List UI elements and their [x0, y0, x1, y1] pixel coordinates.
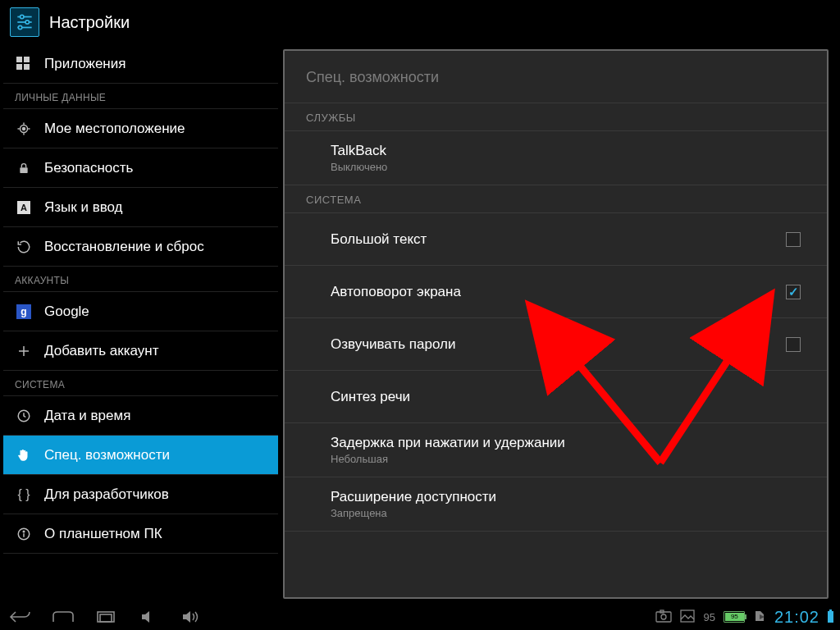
item-talkback[interactable]: TalkBack Выключено [285, 131, 827, 185]
item-title: Большой текст [331, 231, 786, 248]
svg-point-32 [661, 614, 666, 619]
sidebar-category-personal: ЛИЧНЫЕ ДАННЫЕ [3, 84, 278, 109]
sidebar-item-label: О планшетном ПК [44, 526, 162, 542]
item-title: TalkBack [331, 143, 801, 159]
checkbox[interactable] [786, 337, 801, 352]
sidebar-item-label: Безопасность [44, 160, 133, 176]
gallery-icon[interactable] [680, 609, 695, 625]
settings-sidebar: Приложения ЛИЧНЫЕ ДАННЫЕ Мое местоположе… [3, 44, 278, 604]
panel-title: Спец. возможности [285, 51, 827, 103]
lock-icon [15, 159, 33, 177]
app-title: Настройки [49, 13, 130, 32]
battery-icon: 95 [724, 611, 745, 623]
svg-rect-8 [16, 64, 22, 70]
volume-up-button[interactable] [177, 608, 205, 626]
svg-point-4 [25, 21, 29, 24]
sidebar-item-label: Спец. возможности [44, 447, 170, 463]
sidebar-item-label: Google [44, 304, 89, 320]
section-services: СЛУЖБЫ [285, 103, 827, 131]
sidebar-item-about[interactable]: О планшетном ПК [3, 514, 278, 554]
sidebar-item-apps[interactable]: Приложения [3, 44, 278, 84]
item-tts[interactable]: Синтез речи [285, 371, 827, 423]
sidebar-item-label: Мое местоположение [44, 121, 185, 137]
back-button[interactable] [7, 608, 34, 626]
sidebar-item-developer[interactable]: { } Для разработчиков [3, 475, 278, 514]
sidebar-category-accounts: АККАУНТЫ [3, 267, 278, 292]
battery-percent: 95 [703, 611, 714, 623]
settings-app-icon [10, 7, 39, 37]
sidebar-item-accessibility[interactable]: Спец. возможности [3, 436, 278, 475]
sidebar-item-datetime[interactable]: Дата и время [3, 396, 278, 436]
sidebar-item-google[interactable]: g Google [3, 292, 278, 331]
clock-icon [15, 407, 33, 425]
item-speak-passwords[interactable]: Озвучивать пароли [285, 318, 827, 371]
svg-rect-30 [100, 614, 112, 622]
sidebar-item-label: Язык и ввод [44, 199, 123, 216]
restore-icon [15, 238, 33, 256]
sidebar-item-label: Приложения [44, 56, 126, 72]
clock[interactable]: 21:02 [774, 608, 819, 627]
section-system: СИСТЕМА [285, 185, 827, 213]
sidebar-item-add-account[interactable]: Добавить аккаунт [3, 331, 278, 371]
braces-icon: { } [15, 486, 33, 504]
checkbox[interactable] [786, 285, 801, 299]
svg-rect-16 [20, 167, 27, 173]
hand-icon [15, 446, 33, 464]
apps-icon [15, 55, 33, 73]
svg-rect-9 [24, 64, 30, 70]
item-title: Синтез речи [331, 389, 801, 405]
item-title: Автоповорот экрана [331, 284, 786, 300]
sidebar-item-language[interactable]: A Язык и ввод [3, 188, 278, 227]
sidebar-item-label: Дата и время [44, 408, 130, 424]
system-navbar: 95 95 21:02 [0, 604, 840, 630]
item-title: Озвучивать пароли [331, 336, 786, 353]
sidebar-item-security[interactable]: Безопасность [3, 148, 278, 188]
volume-down-button[interactable] [135, 608, 162, 626]
svg-point-11 [23, 127, 25, 130]
sidebar-item-label: Добавить аккаунт [44, 343, 159, 359]
plus-icon [15, 342, 33, 360]
language-icon: A [15, 199, 33, 217]
svg-rect-6 [16, 57, 22, 62]
item-title: Расширение доступности [331, 489, 801, 505]
checkbox[interactable] [786, 232, 801, 247]
svg-point-3 [21, 15, 24, 18]
sidebar-item-label: Для разработчиков [44, 486, 169, 503]
sidebar-category-system: СИСТЕМА [3, 371, 278, 396]
svg-point-26 [23, 531, 25, 532]
item-touch-delay[interactable]: Задержка при нажатии и удержании Небольш… [285, 423, 827, 477]
battery-small-icon [828, 611, 833, 623]
info-icon [15, 525, 33, 543]
item-subtitle: Выключено [331, 161, 801, 173]
sidebar-item-location[interactable]: Мое местоположение [3, 109, 278, 148]
svg-text:A: A [21, 203, 27, 212]
item-subtitle: Небольшая [331, 453, 801, 465]
sdcard-icon [753, 609, 766, 625]
svg-rect-34 [681, 610, 694, 622]
google-icon: g [15, 303, 33, 321]
svg-rect-7 [24, 57, 30, 62]
item-large-text[interactable]: Большой текст [285, 213, 827, 266]
screenshot-icon[interactable] [655, 609, 672, 625]
item-subtitle: Запрещена [331, 507, 801, 519]
item-autorotate[interactable]: Автоповорот экрана [285, 266, 827, 318]
item-title: Задержка при нажатии и удержании [331, 435, 801, 451]
svg-rect-31 [656, 612, 671, 622]
svg-point-5 [18, 25, 21, 29]
home-button[interactable] [49, 608, 77, 626]
item-enhance-accessibility[interactable]: Расширение доступности Запрещена [285, 477, 827, 532]
sidebar-item-backup[interactable]: Восстановление и сброс [3, 227, 278, 267]
sidebar-item-label: Восстановление и сброс [44, 239, 204, 255]
location-icon [15, 120, 33, 138]
title-bar: Настройки [0, 0, 840, 44]
svg-text:g: g [21, 306, 26, 317]
recent-button[interactable] [92, 608, 120, 626]
accessibility-panel: Спец. возможности СЛУЖБЫ TalkBack Выключ… [283, 49, 829, 599]
